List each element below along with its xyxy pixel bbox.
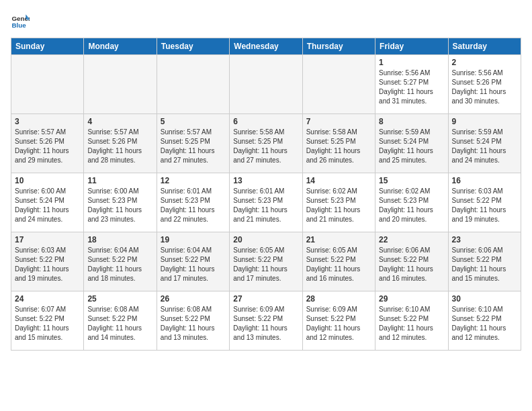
day-info: Sunrise: 5:57 AMSunset: 5:25 PMDaylight:… [161,128,226,165]
page-header: General Blue [11,11,521,30]
calendar-day-cell: 25Sunrise: 6:08 AMSunset: 5:22 PMDayligh… [84,291,157,351]
day-number: 16 [452,176,517,185]
day-number: 3 [15,117,80,126]
calendar-day-cell: 17Sunrise: 6:03 AMSunset: 5:22 PMDayligh… [11,232,84,291]
day-number: 26 [161,294,226,304]
day-number: 22 [379,235,444,244]
logo-icon: General Blue [11,11,30,30]
calendar-day-cell: 20Sunrise: 6:05 AMSunset: 5:22 PMDayligh… [230,232,302,291]
day-info: Sunrise: 6:09 AMSunset: 5:22 PMDaylight:… [306,305,371,342]
day-info: Sunrise: 5:59 AMSunset: 5:24 PMDaylight:… [379,128,444,165]
day-number: 4 [87,117,152,126]
day-of-week-header: Thursday [302,38,375,55]
calendar-day-cell: 14Sunrise: 6:02 AMSunset: 5:23 PMDayligh… [302,173,375,232]
day-info: Sunrise: 6:00 AMSunset: 5:24 PMDaylight:… [15,187,80,224]
calendar-day-cell: 30Sunrise: 6:10 AMSunset: 5:22 PMDayligh… [448,291,521,351]
day-info: Sunrise: 6:04 AMSunset: 5:22 PMDaylight:… [87,246,152,283]
day-of-week-header: Friday [375,38,448,55]
day-info: Sunrise: 5:57 AMSunset: 5:26 PMDaylight:… [87,128,152,165]
day-of-week-header: Monday [84,38,157,55]
day-number: 17 [15,235,80,244]
calendar-day-cell: 11Sunrise: 6:00 AMSunset: 5:23 PMDayligh… [84,173,157,232]
calendar-week-row: 10Sunrise: 6:00 AMSunset: 5:24 PMDayligh… [11,173,521,232]
logo: General Blue [11,11,32,30]
day-info: Sunrise: 6:03 AMSunset: 5:22 PMDaylight:… [452,187,517,224]
calendar-day-cell: 26Sunrise: 6:08 AMSunset: 5:22 PMDayligh… [157,291,229,351]
day-info: Sunrise: 6:00 AMSunset: 5:23 PMDaylight:… [87,187,152,224]
day-of-week-header: Saturday [448,38,521,55]
calendar-day-cell: 7Sunrise: 5:58 AMSunset: 5:25 PMDaylight… [302,114,375,173]
day-number: 11 [87,176,152,185]
day-info: Sunrise: 6:10 AMSunset: 5:22 PMDaylight:… [379,305,444,342]
day-number: 29 [379,294,444,304]
calendar-week-row: 17Sunrise: 6:03 AMSunset: 5:22 PMDayligh… [11,232,521,291]
day-number: 14 [306,176,371,185]
day-of-week-header: Wednesday [230,38,302,55]
day-number: 1 [379,58,444,67]
day-of-week-header: Tuesday [157,38,229,55]
day-info: Sunrise: 5:58 AMSunset: 5:25 PMDaylight:… [233,128,298,165]
day-of-week-header: Sunday [11,38,84,55]
day-number: 18 [87,235,152,244]
day-number: 19 [161,235,226,244]
calendar-week-row: 1Sunrise: 5:56 AMSunset: 5:27 PMDaylight… [11,55,521,114]
day-number: 27 [233,294,298,304]
day-info: Sunrise: 6:09 AMSunset: 5:22 PMDaylight:… [233,305,298,342]
day-number: 30 [452,294,517,304]
day-info: Sunrise: 6:02 AMSunset: 5:23 PMDaylight:… [379,187,444,224]
day-number: 21 [306,235,371,244]
calendar-header-row: SundayMondayTuesdayWednesdayThursdayFrid… [11,38,521,55]
calendar-day-cell: 27Sunrise: 6:09 AMSunset: 5:22 PMDayligh… [230,291,302,351]
day-info: Sunrise: 5:56 AMSunset: 5:27 PMDaylight:… [379,68,444,106]
day-info: Sunrise: 6:02 AMSunset: 5:23 PMDaylight:… [306,187,371,224]
calendar-day-cell: 29Sunrise: 6:10 AMSunset: 5:22 PMDayligh… [375,291,448,351]
day-info: Sunrise: 6:06 AMSunset: 5:22 PMDaylight:… [379,246,444,283]
calendar-day-cell: 18Sunrise: 6:04 AMSunset: 5:22 PMDayligh… [84,232,157,291]
day-number: 9 [452,117,517,126]
calendar-week-row: 3Sunrise: 5:57 AMSunset: 5:26 PMDaylight… [11,114,521,173]
day-info: Sunrise: 6:01 AMSunset: 5:23 PMDaylight:… [233,187,298,224]
calendar-day-cell: 3Sunrise: 5:57 AMSunset: 5:26 PMDaylight… [11,114,84,173]
calendar-day-cell [157,55,229,114]
calendar-week-row: 24Sunrise: 6:07 AMSunset: 5:22 PMDayligh… [11,291,521,351]
day-number: 23 [452,235,517,244]
day-number: 20 [233,235,298,244]
day-number: 24 [15,294,80,304]
day-info: Sunrise: 6:05 AMSunset: 5:22 PMDaylight:… [306,246,371,283]
day-number: 2 [452,58,517,67]
day-info: Sunrise: 6:08 AMSunset: 5:22 PMDaylight:… [87,305,152,342]
calendar-day-cell: 10Sunrise: 6:00 AMSunset: 5:24 PMDayligh… [11,173,84,232]
calendar-day-cell: 8Sunrise: 5:59 AMSunset: 5:24 PMDaylight… [375,114,448,173]
day-info: Sunrise: 6:10 AMSunset: 5:22 PMDaylight:… [452,305,517,342]
day-info: Sunrise: 6:08 AMSunset: 5:22 PMDaylight:… [161,305,226,342]
calendar-day-cell: 6Sunrise: 5:58 AMSunset: 5:25 PMDaylight… [230,114,302,173]
calendar-day-cell [302,55,375,114]
day-number: 7 [306,117,371,126]
calendar-day-cell: 28Sunrise: 6:09 AMSunset: 5:22 PMDayligh… [302,291,375,351]
calendar-table: SundayMondayTuesdayWednesdayThursdayFrid… [11,38,521,351]
calendar-day-cell: 5Sunrise: 5:57 AMSunset: 5:25 PMDaylight… [157,114,229,173]
day-info: Sunrise: 5:57 AMSunset: 5:26 PMDaylight:… [15,128,80,165]
day-info: Sunrise: 6:03 AMSunset: 5:22 PMDaylight:… [15,246,80,283]
day-number: 10 [15,176,80,185]
day-info: Sunrise: 6:05 AMSunset: 5:22 PMDaylight:… [233,246,298,283]
day-info: Sunrise: 6:01 AMSunset: 5:23 PMDaylight:… [161,187,226,224]
svg-text:Blue: Blue [11,21,26,29]
calendar-day-cell: 2Sunrise: 5:56 AMSunset: 5:26 PMDaylight… [448,55,521,114]
day-number: 25 [87,294,152,304]
calendar-day-cell: 21Sunrise: 6:05 AMSunset: 5:22 PMDayligh… [302,232,375,291]
calendar-day-cell: 15Sunrise: 6:02 AMSunset: 5:23 PMDayligh… [375,173,448,232]
calendar-day-cell: 22Sunrise: 6:06 AMSunset: 5:22 PMDayligh… [375,232,448,291]
calendar-day-cell: 12Sunrise: 6:01 AMSunset: 5:23 PMDayligh… [157,173,229,232]
calendar-day-cell: 13Sunrise: 6:01 AMSunset: 5:23 PMDayligh… [230,173,302,232]
calendar-day-cell: 9Sunrise: 5:59 AMSunset: 5:24 PMDaylight… [448,114,521,173]
calendar-day-cell: 4Sunrise: 5:57 AMSunset: 5:26 PMDaylight… [84,114,157,173]
day-number: 6 [233,117,298,126]
calendar-day-cell: 23Sunrise: 6:06 AMSunset: 5:22 PMDayligh… [448,232,521,291]
day-number: 12 [161,176,226,185]
calendar-day-cell: 19Sunrise: 6:04 AMSunset: 5:22 PMDayligh… [157,232,229,291]
calendar-day-cell: 16Sunrise: 6:03 AMSunset: 5:22 PMDayligh… [448,173,521,232]
day-info: Sunrise: 5:56 AMSunset: 5:26 PMDaylight:… [452,68,517,106]
day-info: Sunrise: 5:59 AMSunset: 5:24 PMDaylight:… [452,128,517,165]
day-info: Sunrise: 6:07 AMSunset: 5:22 PMDaylight:… [15,305,80,342]
